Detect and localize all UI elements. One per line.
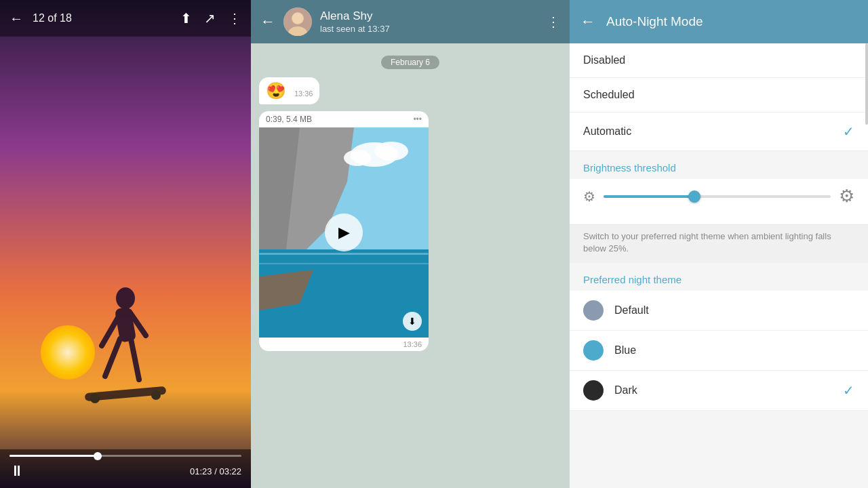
chat-video-bubble[interactable]: 0:39, 5.4 MB ••• (259, 111, 429, 351)
option-automatic-label: Automatic (583, 125, 843, 138)
avatar-image (283, 7, 312, 36)
option-scheduled-label: Scheduled (583, 89, 854, 101)
theme-dot-blue (583, 340, 604, 361)
brightness-slider[interactable] (604, 195, 831, 198)
video-meta: 0:39, 5.4 MB (266, 115, 312, 124)
theme-dot-dark (583, 380, 604, 401)
video-icons: ⬆ ↗ ⋮ (180, 12, 241, 25)
brightness-section-label: Brightness threshold (570, 151, 868, 179)
video-panel: ← 12 of 18 ⬆ ↗ ⋮ (0, 0, 251, 488)
chat-header: ← Alena Shy last seen at 13:37 ⋮ (251, 0, 570, 43)
download-button[interactable]: ⬇ (403, 312, 422, 331)
dark-theme-checkmark: ✓ (843, 382, 854, 399)
message-time: 13:36 (294, 89, 313, 98)
theme-option-blue[interactable]: Blue (570, 331, 868, 371)
chat-bubble-emoji: 😍 13:36 (259, 77, 319, 104)
svg-point-7 (90, 394, 100, 403)
emoji-content: 😍 (266, 81, 286, 100)
chat-status: last seen at 13:37 (320, 24, 538, 34)
option-scheduled[interactable]: Scheduled (570, 78, 868, 113)
theme-dot-default (583, 300, 604, 321)
chat-date-badge: February 6 (381, 56, 439, 68)
theme-option-default[interactable]: Default (570, 291, 868, 331)
chat-header-info: Alena Shy last seen at 13:37 (320, 9, 538, 33)
svg-line-4 (105, 339, 120, 376)
avatar (283, 7, 312, 36)
video-bubble-header: 0:39, 5.4 MB ••• (259, 111, 429, 127)
brightness-section: ⚙ ⚙ (570, 179, 868, 224)
brightness-slider-fill (604, 195, 694, 198)
svg-line-5 (131, 339, 139, 380)
forward-icon[interactable]: ↗ (204, 12, 216, 25)
svg-point-16 (374, 142, 408, 161)
settings-title: Auto-Night Mode (606, 14, 703, 29)
video-bubble-footer: 13:36 (259, 338, 429, 351)
video-time: 01:23 / 03:22 (190, 466, 241, 476)
brightness-slider-thumb (688, 190, 701, 203)
video-controls: ⏸ 01:23 / 03:22 (0, 449, 251, 488)
brightness-slider-row: ⚙ ⚙ (583, 179, 854, 214)
svg-point-12 (292, 13, 303, 24)
chat-more-button[interactable]: ⋮ (547, 14, 560, 30)
svg-rect-19 (259, 263, 429, 264)
automatic-checkmark: ✓ (843, 123, 854, 140)
theme-label-blue: Blue (614, 344, 854, 357)
video-progress-fill (9, 455, 98, 457)
list-item: 😍 13:36 (259, 77, 561, 104)
video-progress-thumb (94, 452, 102, 460)
video-content (0, 37, 251, 488)
chat-name: Alena Shy (320, 9, 538, 23)
list-item: 0:39, 5.4 MB ••• (259, 111, 561, 351)
option-disabled-label: Disabled (583, 54, 854, 66)
video-message-time: 13:36 (403, 340, 422, 348)
video-header: ← 12 of 18 ⬆ ↗ ⋮ (0, 0, 251, 37)
svg-point-0 (116, 287, 135, 309)
video-thumbnail: ▶ ⬇ (259, 127, 429, 338)
svg-point-17 (344, 150, 371, 166)
more-icon[interactable]: ⋮ (228, 12, 241, 25)
back-icon[interactable]: ← (9, 12, 23, 25)
video-counter: 12 of 18 (33, 12, 72, 24)
chat-panel: ← Alena Shy last seen at 13:37 ⋮ Februar… (251, 0, 570, 488)
brightness-high-icon: ⚙ (839, 186, 854, 207)
settings-header: ← Auto-Night Mode (570, 0, 868, 43)
video-controls-row: ⏸ 01:23 / 03:22 (9, 462, 241, 480)
brightness-hint: Switch to your preferred night theme whe… (570, 224, 868, 263)
svg-point-8 (151, 390, 161, 400)
option-disabled[interactable]: Disabled (570, 43, 868, 78)
play-button[interactable]: ▶ (325, 214, 363, 251)
video-progress-bar[interactable] (9, 455, 241, 457)
theme-option-dark[interactable]: Dark ✓ (570, 371, 868, 411)
video-bubble-dots[interactable]: ••• (413, 115, 422, 124)
settings-back-button[interactable]: ← (580, 13, 595, 30)
option-automatic[interactable]: Automatic ✓ (570, 113, 868, 151)
share-box-icon[interactable]: ⬆ (180, 12, 192, 25)
preferred-theme-label: Preferred night theme (570, 263, 868, 291)
settings-body: Disabled Scheduled Automatic ✓ Brightnes… (570, 43, 868, 488)
theme-label-dark: Dark (614, 384, 832, 396)
video-header-left: ← 12 of 18 (9, 12, 171, 25)
chat-body: February 6 😍 13:36 0:39, 5.4 MB ••• (251, 43, 570, 488)
svg-rect-1 (115, 306, 136, 342)
scrollbar[interactable] (865, 43, 868, 125)
svg-rect-18 (259, 253, 429, 255)
pause-button[interactable]: ⏸ (9, 462, 24, 480)
settings-panel: ← Auto-Night Mode Disabled Scheduled Aut… (570, 0, 868, 488)
theme-label-default: Default (614, 304, 854, 317)
skater-figure (71, 271, 180, 420)
chat-back-button[interactable]: ← (260, 13, 275, 30)
brightness-low-icon: ⚙ (583, 188, 595, 205)
